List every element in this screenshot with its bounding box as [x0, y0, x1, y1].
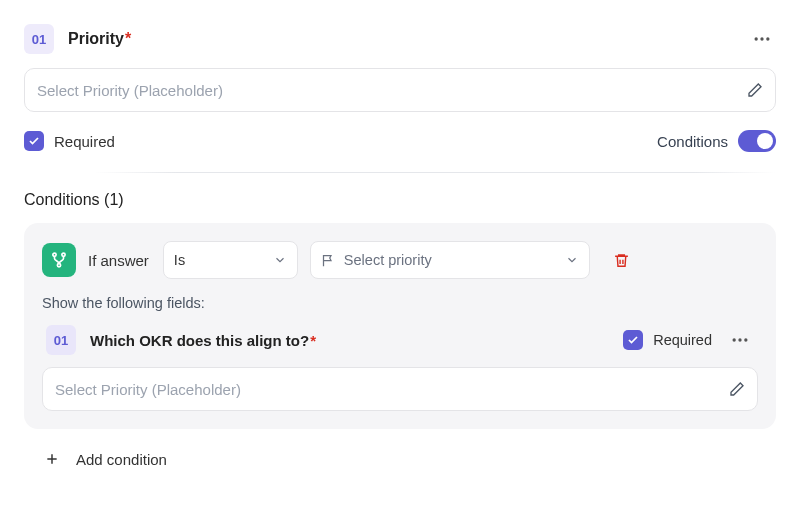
trash-icon [613, 252, 630, 269]
svg-point-1 [760, 37, 763, 40]
conditions-toggle-label: Conditions [657, 133, 728, 150]
conditions-toggle[interactable] [738, 130, 776, 152]
check-icon [627, 334, 639, 346]
subfield-placeholder: Select Priority (Placeholder) [55, 381, 729, 398]
field-title: Priority* [68, 30, 131, 48]
conditions-card: If answer Is Select priority Show th [24, 223, 776, 429]
branch-icon [50, 251, 68, 269]
required-star-icon: * [310, 332, 316, 349]
field-number-badge: 01 [24, 24, 54, 54]
svg-point-3 [53, 253, 56, 256]
add-condition-label: Add condition [76, 451, 167, 468]
svg-point-8 [744, 338, 747, 341]
svg-point-0 [755, 37, 758, 40]
subfield-required-checkbox[interactable] [623, 330, 643, 350]
subfield-edit-button[interactable] [729, 381, 745, 397]
pencil-icon [729, 381, 745, 397]
svg-point-6 [733, 338, 736, 341]
divider [94, 172, 776, 173]
input-placeholder: Select Priority (Placeholder) [37, 82, 747, 99]
check-icon [28, 135, 40, 147]
svg-point-7 [738, 338, 741, 341]
subfield-required-label: Required [653, 332, 712, 348]
subfield-more-button[interactable] [726, 326, 754, 354]
more-horizontal-icon [752, 29, 772, 49]
subfield-row: 01 Which OKR does this align to?* Requir… [42, 325, 758, 355]
more-options-button[interactable] [748, 25, 776, 53]
subfield-number-badge: 01 [46, 325, 76, 355]
required-checkbox[interactable] [24, 131, 44, 151]
if-answer-label: If answer [88, 252, 149, 269]
delete-condition-button[interactable] [608, 246, 636, 274]
more-horizontal-icon [730, 330, 750, 350]
subfield-title: Which OKR does this align to?* [90, 332, 316, 349]
branch-icon-badge [42, 243, 76, 277]
show-fields-label: Show the following fields: [42, 295, 758, 311]
svg-point-5 [57, 264, 60, 267]
svg-point-4 [62, 253, 65, 256]
add-condition-button[interactable]: Add condition [24, 449, 776, 469]
required-star-icon: * [125, 30, 131, 47]
svg-point-2 [766, 37, 769, 40]
chevron-down-icon [273, 253, 287, 267]
field-header: 01 Priority* [24, 24, 776, 54]
subfield-select-input[interactable]: Select Priority (Placeholder) [42, 367, 758, 411]
edit-placeholder-button[interactable] [747, 82, 763, 98]
plus-icon [42, 449, 62, 469]
pencil-icon [747, 82, 763, 98]
required-label: Required [54, 133, 115, 150]
flag-icon [321, 253, 336, 268]
conditions-title: Conditions (1) [24, 191, 776, 209]
value-select[interactable]: Select priority [310, 241, 590, 279]
chevron-down-icon [565, 253, 579, 267]
priority-select-input[interactable]: Select Priority (Placeholder) [24, 68, 776, 112]
operator-select[interactable]: Is [163, 241, 298, 279]
